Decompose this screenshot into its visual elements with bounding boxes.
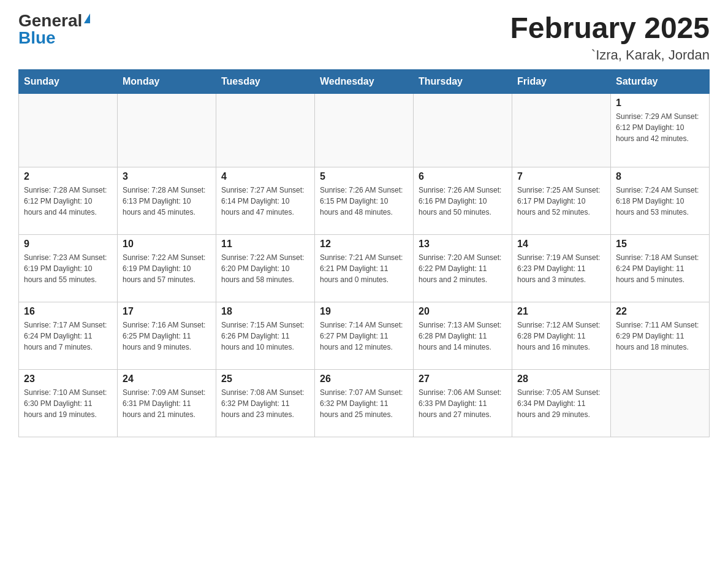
calendar-cell: 16Sunrise: 7:17 AM Sunset: 6:24 PM Dayli… bbox=[19, 302, 118, 369]
day-info: Sunrise: 7:17 AM Sunset: 6:24 PM Dayligh… bbox=[24, 320, 112, 353]
calendar-cell: 24Sunrise: 7:09 AM Sunset: 6:31 PM Dayli… bbox=[118, 369, 216, 437]
day-info: Sunrise: 7:20 AM Sunset: 6:22 PM Dayligh… bbox=[419, 252, 507, 285]
calendar-header-row: SundayMondayTuesdayWednesdayThursdayFrid… bbox=[19, 69, 710, 93]
calendar-week-4: 16Sunrise: 7:17 AM Sunset: 6:24 PM Dayli… bbox=[19, 302, 710, 369]
calendar-week-3: 9Sunrise: 7:23 AM Sunset: 6:19 PM Daylig… bbox=[19, 234, 710, 302]
day-info: Sunrise: 7:11 AM Sunset: 6:29 PM Dayligh… bbox=[616, 320, 704, 353]
calendar-cell: 15Sunrise: 7:18 AM Sunset: 6:24 PM Dayli… bbox=[611, 234, 710, 302]
calendar-cell: 19Sunrise: 7:14 AM Sunset: 6:27 PM Dayli… bbox=[315, 302, 414, 369]
day-header-saturday: Saturday bbox=[611, 69, 710, 93]
calendar-cell: 11Sunrise: 7:22 AM Sunset: 6:20 PM Dayli… bbox=[216, 234, 315, 302]
day-info: Sunrise: 7:21 AM Sunset: 6:21 PM Dayligh… bbox=[320, 252, 408, 285]
day-number: 18 bbox=[221, 306, 309, 317]
day-info: Sunrise: 7:18 AM Sunset: 6:24 PM Dayligh… bbox=[616, 252, 704, 285]
calendar-cell: 14Sunrise: 7:19 AM Sunset: 6:23 PM Dayli… bbox=[512, 234, 611, 302]
day-info: Sunrise: 7:29 AM Sunset: 6:12 PM Dayligh… bbox=[616, 111, 704, 144]
calendar-cell: 9Sunrise: 7:23 AM Sunset: 6:19 PM Daylig… bbox=[19, 234, 118, 302]
calendar-cell: 4Sunrise: 7:27 AM Sunset: 6:14 PM Daylig… bbox=[216, 167, 315, 234]
day-header-tuesday: Tuesday bbox=[216, 69, 315, 93]
calendar-week-2: 2Sunrise: 7:28 AM Sunset: 6:12 PM Daylig… bbox=[19, 167, 710, 234]
day-info: Sunrise: 7:22 AM Sunset: 6:20 PM Dayligh… bbox=[221, 252, 309, 285]
calendar-cell: 1Sunrise: 7:29 AM Sunset: 6:12 PM Daylig… bbox=[611, 93, 710, 167]
day-number: 14 bbox=[517, 239, 605, 250]
day-number: 17 bbox=[123, 306, 211, 317]
calendar-cell: 13Sunrise: 7:20 AM Sunset: 6:22 PM Dayli… bbox=[414, 234, 512, 302]
title-block: February 2025 `Izra, Karak, Jordan bbox=[510, 12, 710, 63]
calendar-cell: 5Sunrise: 7:26 AM Sunset: 6:15 PM Daylig… bbox=[315, 167, 414, 234]
day-info: Sunrise: 7:14 AM Sunset: 6:27 PM Dayligh… bbox=[320, 320, 408, 353]
logo: General Blue bbox=[18, 12, 90, 47]
day-number: 16 bbox=[24, 306, 112, 317]
calendar-cell: 23Sunrise: 7:10 AM Sunset: 6:30 PM Dayli… bbox=[19, 369, 118, 437]
day-header-thursday: Thursday bbox=[414, 69, 512, 93]
calendar-cell: 10Sunrise: 7:22 AM Sunset: 6:19 PM Dayli… bbox=[118, 234, 216, 302]
calendar-cell: 12Sunrise: 7:21 AM Sunset: 6:21 PM Dayli… bbox=[315, 234, 414, 302]
location-title: `Izra, Karak, Jordan bbox=[510, 47, 710, 63]
day-header-monday: Monday bbox=[118, 69, 216, 93]
calendar-cell: 20Sunrise: 7:13 AM Sunset: 6:28 PM Dayli… bbox=[414, 302, 512, 369]
calendar-cell: 17Sunrise: 7:16 AM Sunset: 6:25 PM Dayli… bbox=[118, 302, 216, 369]
day-info: Sunrise: 7:12 AM Sunset: 6:28 PM Dayligh… bbox=[517, 320, 605, 353]
calendar-cell bbox=[216, 93, 315, 167]
day-number: 8 bbox=[616, 171, 704, 182]
day-number: 26 bbox=[320, 373, 408, 385]
day-info: Sunrise: 7:27 AM Sunset: 6:14 PM Dayligh… bbox=[221, 185, 309, 218]
day-info: Sunrise: 7:22 AM Sunset: 6:19 PM Dayligh… bbox=[123, 252, 211, 285]
calendar-cell: 6Sunrise: 7:26 AM Sunset: 6:16 PM Daylig… bbox=[414, 167, 512, 234]
day-info: Sunrise: 7:25 AM Sunset: 6:17 PM Dayligh… bbox=[517, 185, 605, 218]
calendar-cell: 28Sunrise: 7:05 AM Sunset: 6:34 PM Dayli… bbox=[512, 369, 611, 437]
calendar-cell: 21Sunrise: 7:12 AM Sunset: 6:28 PM Dayli… bbox=[512, 302, 611, 369]
calendar-table: SundayMondayTuesdayWednesdayThursdayFrid… bbox=[18, 69, 710, 437]
day-info: Sunrise: 7:23 AM Sunset: 6:19 PM Dayligh… bbox=[24, 252, 112, 285]
calendar-cell: 25Sunrise: 7:08 AM Sunset: 6:32 PM Dayli… bbox=[216, 369, 315, 437]
day-number: 25 bbox=[221, 373, 309, 385]
day-number: 10 bbox=[123, 239, 211, 250]
calendar-cell bbox=[512, 93, 611, 167]
day-info: Sunrise: 7:09 AM Sunset: 6:31 PM Dayligh… bbox=[123, 387, 211, 420]
calendar-cell: 3Sunrise: 7:28 AM Sunset: 6:13 PM Daylig… bbox=[118, 167, 216, 234]
day-number: 5 bbox=[320, 171, 408, 182]
day-number: 20 bbox=[419, 306, 507, 317]
logo-blue-text: Blue bbox=[18, 29, 56, 47]
day-number: 27 bbox=[419, 373, 507, 385]
calendar-cell bbox=[611, 369, 710, 437]
day-number: 28 bbox=[517, 373, 605, 385]
day-info: Sunrise: 7:19 AM Sunset: 6:23 PM Dayligh… bbox=[517, 252, 605, 285]
month-title: February 2025 bbox=[510, 12, 710, 45]
day-number: 23 bbox=[24, 373, 112, 385]
day-number: 24 bbox=[123, 373, 211, 385]
day-info: Sunrise: 7:06 AM Sunset: 6:33 PM Dayligh… bbox=[419, 387, 507, 420]
calendar-cell bbox=[19, 93, 118, 167]
day-info: Sunrise: 7:26 AM Sunset: 6:15 PM Dayligh… bbox=[320, 185, 408, 218]
day-info: Sunrise: 7:10 AM Sunset: 6:30 PM Dayligh… bbox=[24, 387, 112, 420]
day-number: 7 bbox=[517, 171, 605, 182]
day-header-sunday: Sunday bbox=[19, 69, 118, 93]
day-number: 9 bbox=[24, 239, 112, 250]
calendar-cell bbox=[315, 93, 414, 167]
calendar-cell: 27Sunrise: 7:06 AM Sunset: 6:33 PM Dayli… bbox=[414, 369, 512, 437]
calendar-cell: 22Sunrise: 7:11 AM Sunset: 6:29 PM Dayli… bbox=[611, 302, 710, 369]
day-number: 19 bbox=[320, 306, 408, 317]
day-number: 11 bbox=[221, 239, 309, 250]
calendar-cell: 7Sunrise: 7:25 AM Sunset: 6:17 PM Daylig… bbox=[512, 167, 611, 234]
day-info: Sunrise: 7:16 AM Sunset: 6:25 PM Dayligh… bbox=[123, 320, 211, 353]
day-number: 1 bbox=[616, 98, 704, 109]
day-number: 21 bbox=[517, 306, 605, 317]
day-info: Sunrise: 7:08 AM Sunset: 6:32 PM Dayligh… bbox=[221, 387, 309, 420]
day-info: Sunrise: 7:13 AM Sunset: 6:28 PM Dayligh… bbox=[419, 320, 507, 353]
page-header: General Blue February 2025 `Izra, Karak,… bbox=[18, 12, 710, 63]
day-header-friday: Friday bbox=[512, 69, 611, 93]
calendar-cell: 2Sunrise: 7:28 AM Sunset: 6:12 PM Daylig… bbox=[19, 167, 118, 234]
calendar-cell: 8Sunrise: 7:24 AM Sunset: 6:18 PM Daylig… bbox=[611, 167, 710, 234]
day-info: Sunrise: 7:05 AM Sunset: 6:34 PM Dayligh… bbox=[517, 387, 605, 420]
calendar-cell: 26Sunrise: 7:07 AM Sunset: 6:32 PM Dayli… bbox=[315, 369, 414, 437]
day-info: Sunrise: 7:28 AM Sunset: 6:12 PM Dayligh… bbox=[24, 185, 112, 218]
day-number: 13 bbox=[419, 239, 507, 250]
day-info: Sunrise: 7:26 AM Sunset: 6:16 PM Dayligh… bbox=[419, 185, 507, 218]
logo-general-text: General bbox=[18, 12, 82, 29]
calendar-cell: 18Sunrise: 7:15 AM Sunset: 6:26 PM Dayli… bbox=[216, 302, 315, 369]
calendar-week-5: 23Sunrise: 7:10 AM Sunset: 6:30 PM Dayli… bbox=[19, 369, 710, 437]
day-info: Sunrise: 7:15 AM Sunset: 6:26 PM Dayligh… bbox=[221, 320, 309, 353]
day-number: 22 bbox=[616, 306, 704, 317]
day-header-wednesday: Wednesday bbox=[315, 69, 414, 93]
